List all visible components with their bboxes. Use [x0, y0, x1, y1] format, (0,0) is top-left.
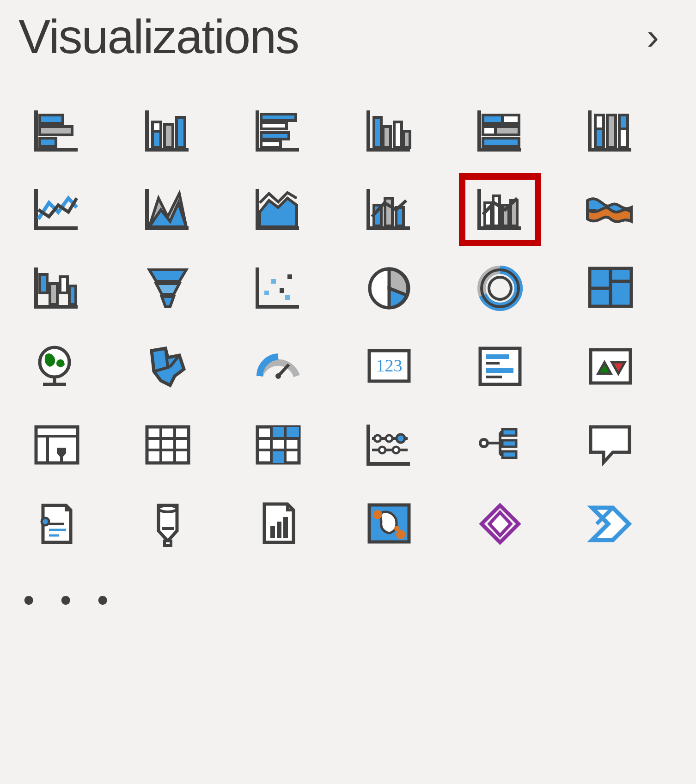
- svg-rect-62: [486, 368, 513, 373]
- svg-rect-89: [502, 451, 516, 458]
- svg-rect-10: [261, 141, 281, 147]
- svg-point-44: [489, 277, 511, 299]
- svg-rect-60: [486, 354, 509, 359]
- svg-point-83: [397, 434, 405, 443]
- waterfall-icon[interactable]: [22, 258, 92, 318]
- hundred-stacked-bar-icon[interactable]: [465, 101, 535, 161]
- arcgis-icon[interactable]: [354, 494, 424, 554]
- filled-map-icon[interactable]: [133, 337, 202, 397]
- svg-rect-0: [40, 115, 63, 123]
- svg-rect-19: [483, 138, 519, 146]
- visualizations-panel: Visualizations › 123 • • •: [0, 0, 696, 784]
- key-influencers-icon[interactable]: [465, 415, 535, 475]
- svg-point-94: [480, 439, 488, 447]
- svg-point-81: [374, 435, 381, 442]
- qna-icon[interactable]: [576, 415, 645, 475]
- svg-rect-63: [486, 376, 502, 378]
- svg-rect-75: [271, 450, 285, 463]
- collapse-chevron-icon[interactable]: ›: [642, 11, 664, 63]
- svg-rect-68: [147, 427, 189, 463]
- hundred-stacked-column-icon[interactable]: [576, 101, 645, 161]
- line-clustered-column-icon[interactable]: [465, 180, 535, 240]
- clustered-column-icon[interactable]: [354, 101, 424, 161]
- svg-rect-5: [165, 124, 173, 147]
- r-visual-icon[interactable]: [354, 415, 424, 475]
- svg-rect-102: [270, 526, 275, 538]
- svg-rect-88: [502, 440, 516, 447]
- svg-rect-8: [261, 122, 287, 129]
- svg-rect-16: [502, 115, 519, 123]
- svg-point-86: [393, 447, 399, 453]
- svg-rect-32: [40, 274, 47, 293]
- svg-point-107: [396, 530, 405, 539]
- svg-rect-34: [60, 277, 67, 293]
- matrix-icon[interactable]: [244, 415, 313, 475]
- svg-rect-2: [40, 138, 56, 146]
- svg-rect-101: [165, 541, 171, 546]
- svg-rect-39: [287, 274, 292, 279]
- more-options-icon[interactable]: • • •: [18, 582, 678, 619]
- decomposition-tree-icon[interactable]: [133, 494, 202, 554]
- svg-rect-29: [493, 196, 500, 226]
- svg-rect-38: [280, 288, 284, 293]
- svg-point-95: [42, 518, 49, 525]
- ribbon-icon[interactable]: [576, 180, 645, 240]
- pie-icon[interactable]: [354, 258, 424, 318]
- svg-rect-35: [69, 286, 76, 304]
- map-icon[interactable]: [22, 337, 92, 397]
- svg-rect-21: [595, 115, 604, 129]
- svg-rect-104: [283, 517, 288, 538]
- line-stacked-column-icon[interactable]: [354, 180, 424, 240]
- table-icon[interactable]: [133, 415, 202, 475]
- gauge-icon[interactable]: [244, 337, 313, 397]
- scatter-icon[interactable]: [244, 258, 313, 318]
- svg-text:123: 123: [376, 356, 403, 375]
- svg-rect-22: [607, 115, 616, 147]
- svg-rect-87: [502, 429, 516, 436]
- kpi-icon[interactable]: [576, 337, 645, 397]
- svg-rect-11: [374, 117, 381, 147]
- svg-rect-6: [177, 117, 185, 147]
- python-visual-icon[interactable]: [22, 494, 92, 554]
- donut-icon[interactable]: [465, 258, 535, 318]
- svg-rect-59: [480, 348, 520, 384]
- svg-point-108: [394, 526, 400, 531]
- svg-rect-103: [277, 522, 281, 538]
- svg-rect-12: [383, 127, 391, 147]
- svg-rect-24: [619, 129, 628, 147]
- svg-rect-37: [271, 279, 276, 284]
- svg-rect-64: [591, 350, 630, 383]
- area-icon[interactable]: [133, 180, 202, 240]
- slicer-icon[interactable]: [22, 415, 92, 475]
- svg-rect-3: [153, 131, 161, 147]
- panel-title: Visualizations: [18, 9, 299, 64]
- svg-point-82: [386, 435, 392, 442]
- svg-rect-61: [486, 362, 500, 365]
- svg-rect-1: [40, 127, 72, 135]
- svg-point-85: [379, 447, 385, 453]
- card-icon[interactable]: 123: [354, 337, 424, 397]
- visualizations-grid: 123: [18, 101, 678, 554]
- line-icon[interactable]: [22, 180, 92, 240]
- funnel-icon[interactable]: [133, 258, 202, 318]
- stacked-column-icon[interactable]: [133, 101, 202, 161]
- multi-row-card-icon[interactable]: [465, 337, 535, 397]
- svg-rect-18: [495, 127, 519, 135]
- svg-rect-7: [261, 114, 296, 121]
- svg-rect-9: [261, 133, 289, 139]
- paginated-report-icon[interactable]: [244, 494, 313, 554]
- stacked-bar-icon[interactable]: [22, 101, 92, 161]
- svg-rect-65: [36, 427, 78, 463]
- panel-header: Visualizations ›: [18, 9, 678, 64]
- svg-rect-14: [403, 131, 410, 147]
- svg-rect-4: [153, 122, 161, 131]
- svg-rect-36: [264, 291, 269, 295]
- treemap-icon[interactable]: [576, 258, 645, 318]
- power-apps-icon[interactable]: [465, 494, 535, 554]
- svg-rect-33: [50, 284, 57, 304]
- svg-rect-13: [394, 122, 402, 147]
- stacked-area-icon[interactable]: [244, 180, 313, 240]
- clustered-bar-icon[interactable]: [244, 101, 313, 161]
- power-automate-icon[interactable]: [576, 494, 645, 554]
- svg-point-43: [482, 270, 519, 307]
